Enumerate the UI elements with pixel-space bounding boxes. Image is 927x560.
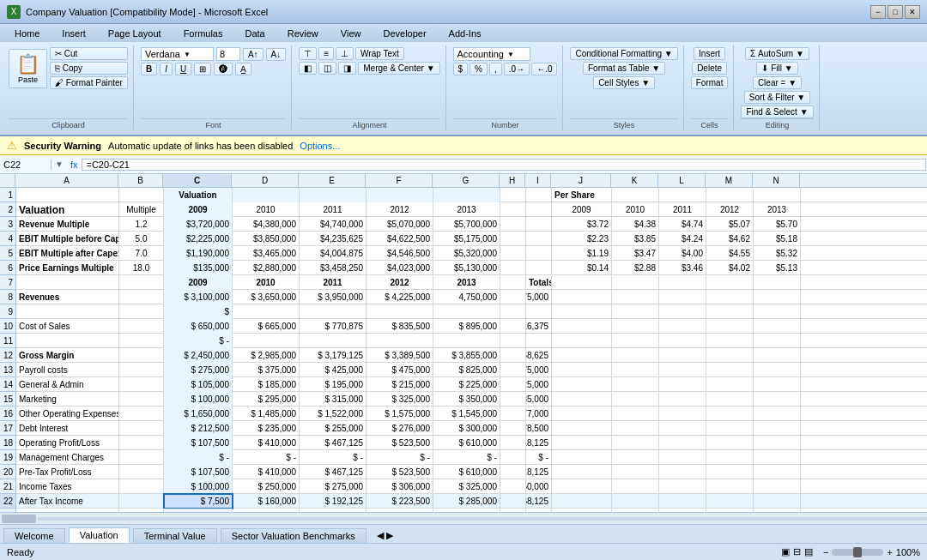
cell-g17[interactable]: $ 300,000 [433, 421, 500, 436]
cell-l17[interactable] [659, 421, 706, 436]
cell-a6[interactable]: Price Earnings Multiple [16, 261, 119, 275]
cell-c4[interactable]: $2,225,000 [164, 232, 233, 246]
cell-b6[interactable]: 18.0 [119, 261, 164, 275]
cell-m18[interactable] [706, 436, 754, 450]
cell-a3[interactable]: Revenue Multiple [16, 217, 119, 232]
cell-g6[interactable]: $5,130,000 [433, 261, 500, 275]
col-header-i[interactable]: I [525, 174, 551, 187]
cell-e6[interactable]: $3,458,250 [300, 261, 367, 275]
cell-m22[interactable] [706, 494, 754, 509]
cell-n16[interactable] [754, 406, 801, 421]
cell-k14[interactable] [612, 377, 659, 392]
bold-button[interactable]: B [141, 63, 157, 75]
sheet-tab-sector[interactable]: Sector Valuation Benchmarks [221, 528, 367, 543]
cell-d2[interactable]: 2010 [233, 202, 300, 217]
cell-c9[interactable]: $ [164, 304, 233, 319]
cell-i14[interactable]: $ 925,000 [526, 377, 552, 392]
cell-n14[interactable] [754, 377, 801, 392]
tab-home[interactable]: Home [3, 24, 51, 42]
cell-f1[interactable] [367, 188, 433, 202]
cell-a15[interactable]: Marketing [16, 392, 119, 406]
cell-h12[interactable] [500, 348, 526, 363]
cell-j13[interactable] [552, 363, 612, 377]
cell-d1[interactable] [233, 188, 300, 202]
align-right-button[interactable]: ◨ [338, 62, 356, 75]
cell-h13[interactable] [500, 363, 526, 377]
cell-n22[interactable] [754, 494, 801, 509]
cell-l5[interactable]: $4.00 [659, 246, 706, 261]
cell-k7[interactable] [612, 275, 659, 290]
cell-a9[interactable] [16, 304, 119, 319]
underline-button[interactable]: U [175, 63, 191, 75]
cell-d21[interactable]: $ 250,000 [233, 479, 300, 494]
cell-n17[interactable] [754, 421, 801, 436]
cell-e17[interactable]: $ 255,000 [300, 421, 367, 436]
cell-h15[interactable] [500, 392, 526, 406]
cell-a22[interactable]: After Tax Income [16, 494, 119, 509]
col-header-j[interactable]: J [551, 174, 611, 187]
cell-k9[interactable] [612, 304, 659, 319]
maximize-button[interactable]: □ [888, 5, 903, 19]
cell-m1[interactable] [706, 188, 754, 202]
cell-l11[interactable] [659, 334, 706, 348]
cell-j3[interactable]: $3.72 [552, 217, 612, 232]
paste-button[interactable]: 📋 Paste [9, 49, 47, 88]
cell-g10[interactable]: $ 895,000 [433, 319, 500, 334]
close-button[interactable]: ✕ [905, 5, 920, 19]
cell-h22[interactable] [500, 494, 526, 509]
cell-i13[interactable]: $ 2,375,000 [526, 363, 552, 377]
align-top-button[interactable]: ⊤ [299, 47, 317, 60]
cell-k16[interactable] [612, 406, 659, 421]
cell-a2[interactable]: Valuation [16, 202, 119, 217]
cell-f22[interactable]: $ 223,500 [367, 494, 433, 509]
cell-m6[interactable]: $4.02 [706, 261, 754, 275]
cell-f17[interactable]: $ 276,000 [367, 421, 433, 436]
cell-l9[interactable] [659, 304, 706, 319]
cell-styles-button[interactable]: Cell Styles ▼ [593, 76, 655, 89]
cell-c18[interactable]: $ 107,500 [164, 436, 233, 450]
cell-d12[interactable]: $ 2,985,000 [233, 348, 300, 363]
cell-n12[interactable] [754, 348, 801, 363]
col-header-d[interactable]: D [232, 174, 299, 187]
cell-f10[interactable]: $ 835,500 [367, 319, 433, 334]
cell-k6[interactable]: $2.88 [612, 261, 659, 275]
autosum-button[interactable]: Σ AutoSum ▼ [745, 47, 809, 60]
cell-f21[interactable]: $ 306,000 [367, 479, 433, 494]
cell-c11[interactable]: $ - [164, 334, 233, 348]
col-header-c[interactable]: C [163, 174, 232, 187]
cell-b7[interactable] [119, 275, 164, 290]
cell-l6[interactable]: $3.46 [659, 261, 706, 275]
cell-j14[interactable] [552, 377, 612, 392]
cut-button[interactable]: ✂ Cut [50, 47, 128, 60]
cell-i6[interactable] [526, 261, 552, 275]
cell-d19[interactable]: $ - [233, 450, 300, 465]
cell-g18[interactable]: $ 610,000 [433, 436, 500, 450]
format-as-table-button[interactable]: Format as Table ▼ [583, 62, 665, 75]
tab-page-layout[interactable]: Page Layout [97, 24, 173, 42]
cell-j10[interactable] [552, 319, 612, 334]
cell-j16[interactable] [552, 406, 612, 421]
cell-g16[interactable]: $ 1,545,000 [433, 406, 500, 421]
cell-j8[interactable] [552, 290, 612, 304]
col-header-e[interactable]: E [299, 174, 366, 187]
cell-n18[interactable] [754, 436, 801, 450]
col-header-g[interactable]: G [433, 174, 500, 187]
tab-developer[interactable]: Developer [372, 24, 437, 42]
cell-d17[interactable]: $ 235,000 [233, 421, 300, 436]
sheet-tab-welcome[interactable]: Welcome [3, 528, 65, 543]
cell-j6[interactable]: $0.14 [552, 261, 612, 275]
cell-j5[interactable]: $1.19 [552, 246, 612, 261]
format-button[interactable]: Format [691, 76, 729, 89]
cell-f7[interactable]: 2012 [367, 275, 433, 290]
title-bar-controls[interactable]: − □ ✕ [870, 5, 920, 19]
cell-d13[interactable]: $ 375,000 [233, 363, 300, 377]
cell-c17[interactable]: $ 212,500 [164, 421, 233, 436]
cell-d6[interactable]: $2,880,000 [233, 261, 300, 275]
col-header-m[interactable]: M [706, 174, 753, 187]
cell-h5[interactable] [500, 246, 526, 261]
cell-h11[interactable] [500, 334, 526, 348]
formula-input[interactable] [82, 159, 926, 171]
cell-a17[interactable]: Debt Interest [16, 421, 119, 436]
cell-c3[interactable]: $3,720,000 [164, 217, 233, 232]
cell-h18[interactable] [500, 436, 526, 450]
